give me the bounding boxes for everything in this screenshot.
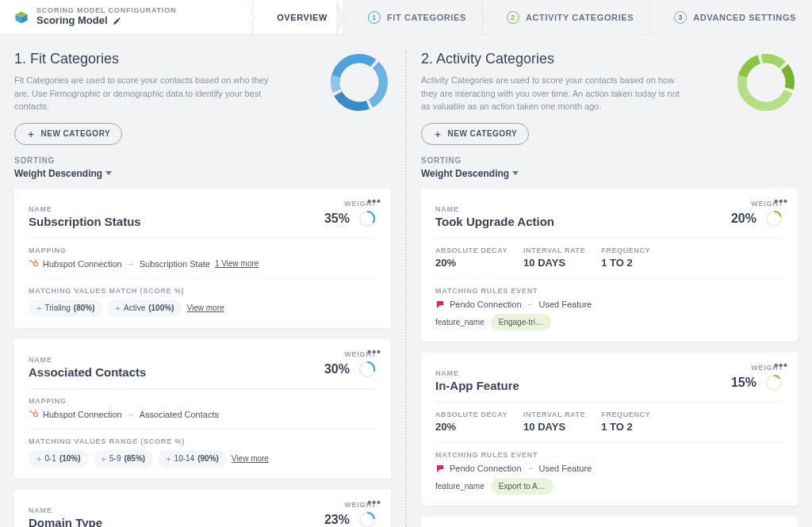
sorting-dropdown[interactable]: Weight Descending: [14, 168, 315, 179]
main-content: 1. Fit Categories Fit Categories are use…: [0, 35, 812, 527]
arrow-right-icon: →: [127, 410, 135, 418]
step-fit-categories[interactable]: 1 FIT CATEGORIES: [343, 0, 482, 34]
card-title: Took Upgrade Action: [435, 215, 554, 228]
sorting-dropdown[interactable]: Weight Descending: [421, 168, 722, 179]
step-overview[interactable]: OVERVIEW: [252, 0, 343, 34]
activity-section-title: 2. Activity Categories: [421, 51, 722, 67]
weight-value: 23%: [324, 513, 350, 527]
weight-donut-icon: [358, 209, 377, 228]
activity-category-card: ••• NAME In-App Feature WEIGHT 15%: [421, 353, 798, 506]
logo-cube-icon: [14, 10, 29, 25]
arrow-right-icon: →: [527, 464, 534, 472]
sorting-label: SORTING: [421, 156, 722, 165]
view-more-link[interactable]: View more: [186, 304, 224, 312]
step-label: ACTIVITY CATEGORIES: [526, 13, 634, 22]
card-title: Subscription Status: [29, 215, 141, 228]
sorting-value-text: Weight Descending: [421, 168, 509, 179]
card-menu-icon[interactable]: •••: [774, 359, 788, 372]
weight-value: 30%: [324, 362, 350, 376]
decay-value: 20%: [435, 257, 508, 269]
sorting-value-text: Weight Descending: [14, 168, 102, 179]
match-pill[interactable]: +5-9 (85%): [94, 450, 154, 468]
page-title: Scoring Model: [36, 15, 108, 26]
frequency-value: 1 TO 2: [601, 257, 650, 269]
event-name: Used Feature: [539, 300, 592, 309]
mapping-label: MAPPING: [29, 397, 377, 405]
matching-rules-label: MATCHING RULES EVENT: [435, 287, 783, 295]
chevron-down-icon: [105, 171, 112, 175]
svg-point-14: [35, 259, 36, 261]
connection-name: Pendo Connection: [450, 300, 522, 309]
svg-point-17: [34, 412, 38, 416]
name-label: NAME: [435, 369, 519, 377]
decay-value: 20%: [435, 421, 508, 433]
event-name: Used Feature: [539, 464, 592, 473]
match-pill[interactable]: +Active (100%): [108, 300, 182, 317]
weight-donut-icon: [358, 360, 377, 379]
weight-value: 20%: [731, 212, 756, 226]
new-category-button[interactable]: ＋ NEW CATEGORY: [14, 123, 122, 145]
decay-label: ABSOLUTE DECAY: [435, 411, 508, 418]
chevron-down-icon: [512, 171, 519, 175]
weight-value: 15%: [731, 376, 756, 390]
arrow-right-icon: →: [127, 259, 135, 268]
card-menu-icon[interactable]: •••: [367, 195, 381, 208]
name-label: NAME: [29, 356, 146, 364]
matching-rules-label: MATCHING RULES EVENT: [435, 451, 783, 459]
frequency-label: FREQUENCY: [601, 411, 650, 418]
step-number-icon: 3: [674, 11, 687, 24]
feature-pill[interactable]: Export to A…: [491, 478, 553, 495]
matching-label: MATCHING VALUES RANGE (SCORE %): [29, 437, 377, 445]
activity-category-card: ••• NAME Took Upgrade Action WEIGHT 20%: [421, 189, 798, 342]
new-category-button[interactable]: ＋ NEW CATEGORY: [421, 123, 529, 145]
plus-icon: +: [102, 454, 106, 464]
card-menu-icon[interactable]: •••: [367, 496, 381, 509]
hubspot-icon: [29, 410, 38, 419]
step-number-icon: 1: [368, 11, 381, 24]
feature-name-label: feature_name: [435, 482, 485, 491]
name-label: NAME: [29, 205, 141, 213]
match-pill[interactable]: +10-14 (90%): [158, 450, 227, 468]
interval-label: INTERVAL RATE: [523, 411, 585, 418]
decay-label: ABSOLUTE DECAY: [435, 246, 508, 254]
plus-icon: +: [36, 304, 41, 313]
view-more-link[interactable]: 1 View more: [215, 259, 259, 268]
fit-donut-chart: [327, 51, 391, 114]
match-pill[interactable]: +Trialing (80%): [29, 300, 103, 317]
card-menu-icon[interactable]: •••: [774, 195, 788, 208]
match-pill[interactable]: +0-1 (10%): [29, 450, 89, 468]
weight-donut-icon: [358, 510, 377, 528]
weight-donut-icon: [764, 209, 783, 228]
card-title: In-App Feature: [435, 379, 519, 392]
connection-name: Pendo Connection: [450, 464, 522, 473]
mapping-field: Subscription State: [140, 259, 210, 269]
connection-name: Hubspot Connection: [43, 410, 122, 419]
frequency-label: FREQUENCY: [601, 246, 650, 254]
activity-section-desc: Activity Categories are used to score yo…: [421, 74, 691, 113]
plus-icon: ＋: [26, 129, 36, 139]
view-more-link[interactable]: View more: [232, 454, 269, 463]
sorting-label: SORTING: [14, 156, 315, 165]
svg-point-21: [35, 410, 36, 411]
step-advanced-settings[interactable]: 3 ADVANCED SETTINGS: [649, 0, 812, 34]
interval-value: 10 DAYS: [523, 257, 585, 269]
topbar-brand: SCORING MODEL CONFIGURATION Scoring Mode…: [0, 7, 190, 26]
plus-icon: +: [36, 454, 41, 464]
edit-icon[interactable]: [113, 17, 121, 25]
arrow-right-icon: →: [527, 300, 534, 308]
card-menu-icon[interactable]: •••: [774, 523, 788, 528]
card-menu-icon[interactable]: •••: [367, 346, 381, 358]
feature-pill[interactable]: Engage-tri…: [491, 314, 551, 330]
plus-icon: +: [166, 454, 170, 464]
name-label: NAME: [435, 205, 554, 213]
fit-category-card: ••• NAME Subscription Status WEIGHT 35%: [14, 189, 391, 328]
name-label: NAME: [29, 506, 102, 514]
fit-section-desc: Fit Categories are used to score your co…: [14, 74, 284, 113]
step-activity-categories[interactable]: 2 ACTIVITY CATEGORIES: [482, 0, 649, 34]
step-label: OVERVIEW: [277, 13, 327, 22]
step-number-icon: 2: [507, 11, 519, 24]
svg-point-19: [29, 411, 31, 412]
button-label: NEW CATEGORY: [448, 129, 518, 138]
mapping-label: MAPPING: [29, 246, 377, 254]
matching-label: MATCHING VALUES MATCH (SCORE %): [29, 287, 377, 295]
